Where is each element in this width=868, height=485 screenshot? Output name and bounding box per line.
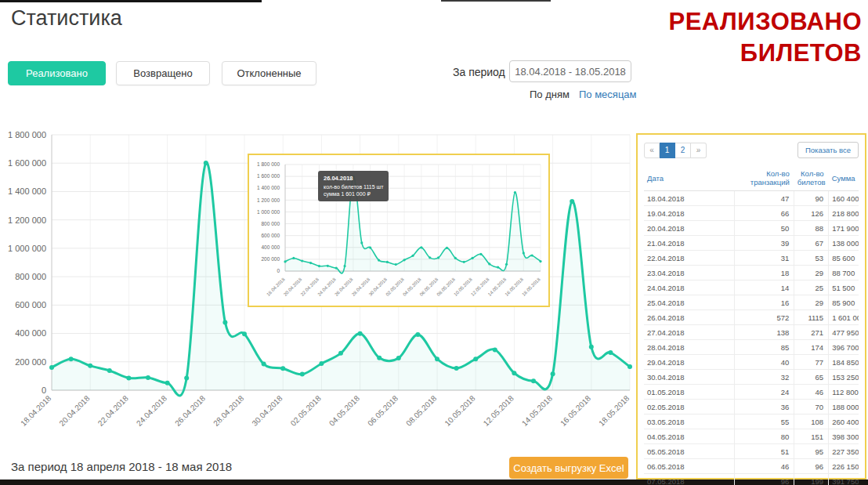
- pager-page-1[interactable]: 1: [660, 143, 675, 158]
- table-row: 07.05.201896199391 750: [644, 474, 859, 485]
- svg-text:1 200 000: 1 200 000: [8, 215, 46, 225]
- cell-date: 27.04.2018: [644, 325, 734, 340]
- chart-zoom-inset: 18.04.201820.04.201822.04.201824.04.2018…: [248, 154, 550, 307]
- table-row: 03.05.201855108260 400: [644, 414, 859, 429]
- svg-text:1 400 000: 1 400 000: [257, 185, 280, 190]
- cell-sum: 396 700: [829, 340, 859, 355]
- cell-transactions: 138: [734, 325, 794, 340]
- table-toolbar-top: «12» Показать все: [644, 142, 859, 158]
- svg-text:12.05.2018: 12.05.2018: [482, 393, 515, 427]
- statistics-page: Статистика РЕАЛИЗОВАНО БИЛЕТОВ Реализова…: [0, 0, 868, 485]
- cell-date: 19.04.2018: [644, 206, 734, 221]
- pager-page-2[interactable]: 2: [675, 143, 691, 158]
- cell-date: 30.04.2018: [644, 370, 734, 385]
- cell-sum: 160 400: [829, 191, 859, 206]
- export-excel-button[interactable]: Создать выгрузку Excel: [509, 457, 628, 479]
- cell-transactions: 16: [734, 295, 794, 310]
- table-row: 23.04.2018182988 700: [644, 266, 859, 281]
- tab-vozvrascheno[interactable]: Возвращено: [116, 61, 210, 85]
- svg-text:22.04.2018: 22.04.2018: [96, 393, 130, 427]
- data-table-panel: «12» Показать все ДатаКол-во транзакцийК…: [636, 133, 866, 480]
- table-row: 26.04.201857211151 601 000: [644, 310, 859, 325]
- annotation-line-1: РЕАЛИЗОВАНО: [668, 6, 862, 38]
- cell-tickets: 88: [794, 221, 829, 236]
- cell-tickets: 271: [794, 325, 829, 340]
- tooltip-sum: сумма 1 601 000 ₽: [324, 190, 383, 197]
- cell-sum: 226 150: [829, 459, 859, 474]
- toggle-by-months[interactable]: По месяцам: [579, 89, 637, 100]
- column-header-2[interactable]: Кол-во билетов: [794, 165, 829, 191]
- svg-text:24.04.2018: 24.04.2018: [135, 393, 168, 427]
- pager-next[interactable]: »: [691, 143, 707, 158]
- column-header-0[interactable]: Дата: [644, 165, 734, 191]
- cell-tickets: 53: [794, 251, 829, 266]
- toggle-by-days[interactable]: По дням: [530, 89, 570, 100]
- cell-date: 26.04.2018: [644, 310, 734, 325]
- cell-transactions: 46: [734, 459, 794, 474]
- tab-realizovano[interactable]: Реализовано: [8, 61, 106, 85]
- cell-transactions: 572: [734, 310, 794, 325]
- table-row: 19.04.201866126218 800: [644, 206, 859, 221]
- cell-date: 07.05.2018: [644, 474, 734, 485]
- cell-transactions: 51: [734, 444, 794, 459]
- tooltip-date: 26.04.2018: [324, 175, 383, 182]
- svg-text:26.04.2018: 26.04.2018: [173, 393, 207, 427]
- pager-prev[interactable]: «: [644, 143, 660, 158]
- cell-transactions: 85: [734, 340, 794, 355]
- top-edge-bar: [0, 0, 262, 2]
- table-row: 25.04.2018162985 900: [644, 295, 859, 310]
- svg-text:1 600 000: 1 600 000: [8, 158, 46, 168]
- cell-sum: 260 400: [829, 414, 859, 429]
- period-input[interactable]: [509, 60, 631, 82]
- cell-sum: 227 350: [829, 444, 859, 459]
- cell-transactions: 24: [734, 385, 794, 400]
- top-edge-dashes: [441, 0, 551, 2]
- cell-sum: 477 950: [829, 325, 859, 340]
- tab-otklonennye[interactable]: Отклоненные: [222, 61, 316, 85]
- cell-tickets: 77: [794, 355, 829, 370]
- table-row: 28.04.201885174396 700: [644, 340, 859, 355]
- cell-sum: 112 800: [829, 385, 859, 400]
- svg-text:600 000: 600 000: [262, 233, 280, 238]
- cell-tickets: 90: [794, 191, 829, 206]
- column-header-3[interactable]: Сумма: [829, 165, 859, 191]
- svg-text:1 800 000: 1 800 000: [257, 161, 280, 167]
- cell-tickets: 29: [794, 266, 829, 281]
- footer-period-text: За период 18 апреля 2018 - 18 мая 2018: [11, 460, 232, 473]
- cell-date: 23.04.2018: [644, 266, 734, 281]
- cell-tickets: 1115: [794, 310, 829, 325]
- svg-text:1 000 000: 1 000 000: [8, 244, 46, 253]
- svg-text:1 400 000: 1 400 000: [8, 186, 46, 196]
- svg-text:400 000: 400 000: [262, 244, 280, 250]
- table-row: 24.04.2018142551 500: [644, 281, 859, 295]
- cell-tickets: 108: [794, 414, 829, 429]
- show-all-button-top[interactable]: Показать все: [797, 142, 859, 158]
- table-row: 20.04.20185088171 900: [644, 221, 859, 236]
- cell-sum: 153 250: [829, 370, 859, 385]
- svg-text:04.05.2018: 04.05.2018: [327, 393, 361, 427]
- pagination-top: «12»: [644, 143, 707, 158]
- table-row: 06.05.20184696226 150: [644, 459, 859, 474]
- annotation-realizovano-biletov: РЕАЛИЗОВАНО БИЛЕТОВ: [668, 6, 862, 69]
- chart-tooltip: 26.04.2018 кол-во билетов 1115 шт сумма …: [318, 171, 389, 201]
- cell-sum: 391 750: [829, 474, 859, 485]
- svg-text:400 000: 400 000: [15, 328, 46, 338]
- cell-transactions: 40: [734, 355, 794, 370]
- cell-sum: 85 900: [829, 295, 859, 310]
- cell-transactions: 39: [734, 236, 794, 251]
- svg-text:800 000: 800 000: [262, 221, 280, 226]
- svg-text:1 200 000: 1 200 000: [257, 197, 280, 203]
- cell-transactions: 36: [734, 400, 794, 414]
- table-row: 01.05.20182446112 800: [644, 385, 859, 400]
- cell-date: 29.04.2018: [644, 355, 734, 370]
- cell-date: 04.05.2018: [644, 429, 734, 444]
- cell-sum: 85 600: [829, 251, 859, 266]
- column-header-1[interactable]: Кол-во транзакций: [734, 165, 794, 191]
- cell-transactions: 96: [734, 474, 794, 485]
- svg-text:30.04.2018: 30.04.2018: [250, 393, 284, 427]
- svg-text:20.04.2018: 20.04.2018: [57, 393, 91, 427]
- cell-date: 02.05.2018: [644, 400, 734, 414]
- svg-text:0: 0: [42, 385, 46, 395]
- inset-line-chart: 18.04.201820.04.201822.04.201824.04.2018…: [249, 155, 548, 306]
- cell-date: 01.05.2018: [644, 385, 734, 400]
